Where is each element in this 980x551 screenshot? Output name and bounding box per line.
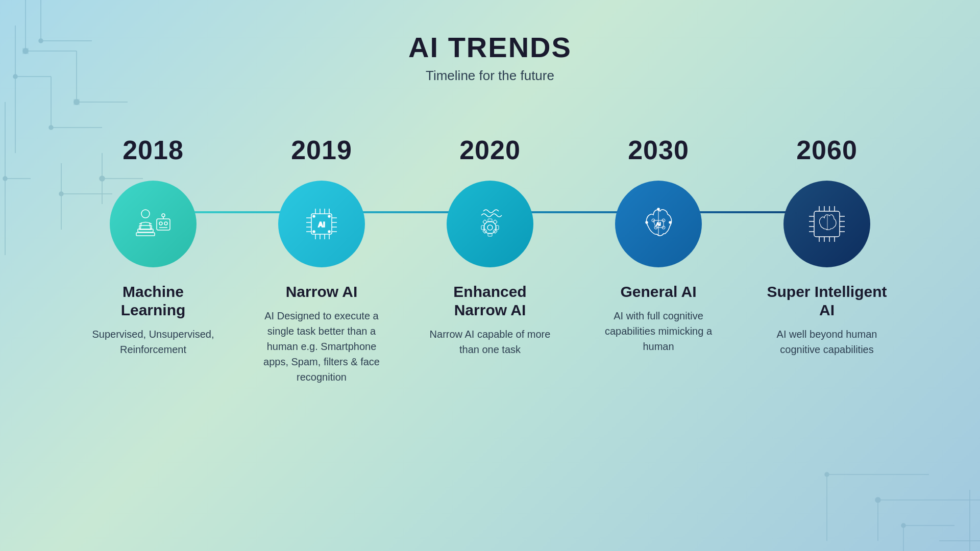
books-robot-icon	[130, 201, 176, 247]
desc-super-intelligent-ai: AI well beyond human cognitive capabilit…	[763, 327, 891, 357]
title-machine-learning: MachineLearning	[121, 283, 186, 319]
svg-rect-80	[483, 220, 487, 224]
svg-rect-42	[136, 233, 155, 236]
timeline-item-2019: 2019 AI	[250, 135, 393, 385]
timeline-items: 2018	[82, 135, 898, 385]
timeline-item-2060: 2060	[755, 135, 898, 357]
circle-enhanced-narrow-ai	[447, 181, 533, 267]
svg-point-49	[141, 210, 150, 218]
svg-point-70	[313, 215, 315, 217]
svg-point-44	[159, 222, 162, 225]
circle-machine-learning	[110, 181, 197, 267]
svg-point-96	[657, 208, 659, 210]
timeline-item-2020: 2020	[419, 135, 561, 357]
timeline-container: 2018	[82, 135, 898, 385]
circle-narrow-ai: AI	[278, 181, 365, 267]
timeline-item-2018: 2018	[82, 135, 225, 357]
svg-point-72	[313, 231, 315, 233]
desc-machine-learning: Supervised, Unsupervised, Reinforcement	[89, 327, 217, 357]
timeline-item-2030: 2030	[587, 135, 730, 354]
circle-super-intelligent-ai	[783, 181, 870, 267]
svg-text:AI: AI	[318, 220, 325, 229]
page-container: AI TRENDS Timeline for the future 2018	[0, 0, 980, 551]
super-brain-icon	[804, 201, 850, 247]
title-enhanced-narrow-ai: EnhancedNarrow AI	[453, 283, 526, 319]
svg-text:AI: AI	[656, 221, 661, 227]
page-subtitle: Timeline for the future	[408, 68, 572, 84]
svg-point-95	[669, 221, 671, 223]
year-2060: 2060	[796, 135, 857, 165]
svg-point-73	[328, 231, 330, 233]
circle-general-ai: AI	[615, 181, 702, 267]
brain-circuit-icon: AI	[635, 201, 681, 247]
gear-waves-icon	[467, 201, 513, 247]
svg-point-45	[164, 222, 167, 225]
svg-rect-81	[493, 220, 497, 224]
ai-chip-icon: AI	[299, 201, 345, 247]
svg-point-71	[328, 215, 330, 217]
desc-enhanced-narrow-ai: Narrow AI capable of more than one task	[426, 327, 554, 357]
header: AI TRENDS Timeline for the future	[408, 31, 572, 84]
title-general-ai: General AI	[621, 283, 697, 301]
title-super-intelligent-ai: Super IntelligentAI	[767, 283, 887, 319]
svg-point-75	[487, 225, 493, 230]
title-narrow-ai: Narrow AI	[286, 283, 358, 301]
year-2019: 2019	[291, 135, 352, 165]
year-2020: 2020	[459, 135, 521, 165]
desc-general-ai: AI with full cognitive capabilities mimi…	[595, 308, 722, 354]
svg-rect-43	[157, 219, 170, 230]
year-2030: 2030	[628, 135, 689, 165]
year-2018: 2018	[122, 135, 184, 165]
svg-point-94	[646, 221, 648, 223]
page-title: AI TRENDS	[408, 31, 572, 64]
desc-narrow-ai: AI Designed to execute a single task bet…	[258, 308, 385, 385]
